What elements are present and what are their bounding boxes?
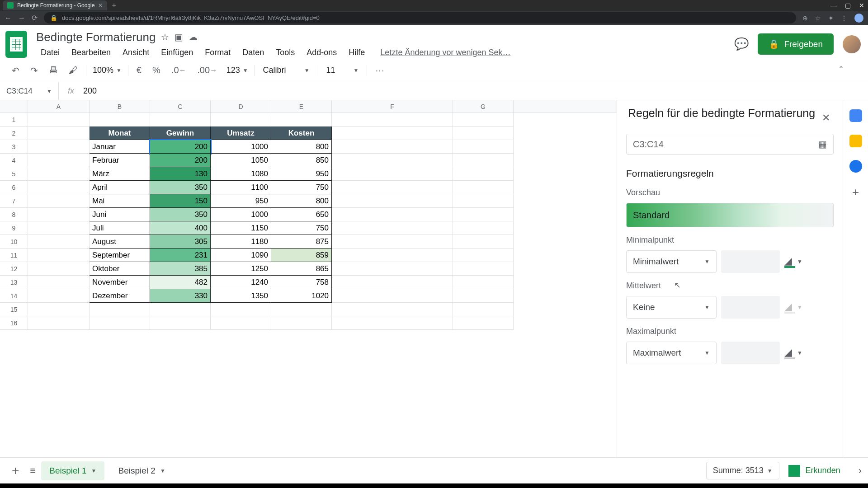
close-window-icon[interactable]: ✕ (859, 2, 864, 9)
more-toolbar-icon[interactable]: ⋯ (371, 62, 389, 79)
menu-addons[interactable]: Add-ons (302, 47, 341, 58)
row-header[interactable]: 14 (0, 289, 28, 303)
reload-icon[interactable]: ⟳ (32, 14, 38, 22)
midpoint-input[interactable] (721, 296, 780, 319)
menu-format[interactable]: Format (200, 47, 235, 58)
col-header-d[interactable]: D (211, 100, 271, 113)
calendar-icon[interactable] (849, 109, 862, 122)
move-icon[interactable]: ▣ (175, 32, 183, 42)
header-monat[interactable]: Monat (90, 127, 150, 140)
quicksum-display[interactable]: Summe: 3513 ▼ (706, 462, 779, 479)
row-header[interactable]: 1 (0, 113, 28, 127)
cell[interactable] (453, 221, 514, 235)
star-icon[interactable]: ☆ (161, 32, 169, 42)
cell[interactable] (332, 276, 453, 289)
col-header-g[interactable]: G (453, 100, 514, 113)
row-header[interactable]: 5 (0, 167, 28, 181)
cell[interactable] (332, 194, 453, 208)
range-select-icon[interactable]: ▦ (818, 139, 827, 150)
cell-umsatz[interactable]: 1080 (211, 167, 271, 181)
cell[interactable] (332, 235, 453, 249)
cell[interactable] (28, 181, 90, 194)
cloud-icon[interactable]: ☁ (189, 32, 198, 42)
cell-monat[interactable]: April (90, 181, 150, 194)
cell-umsatz[interactable]: 1240 (211, 276, 271, 289)
midpoint-select[interactable]: Keine ▼ (626, 296, 717, 319)
print-icon[interactable]: 🖶 (44, 62, 62, 78)
header-kosten[interactable]: Kosten (271, 127, 332, 140)
minpoint-input[interactable] (721, 250, 780, 273)
doc-title[interactable]: Bedingte Formatierung (36, 30, 156, 44)
cell-monat[interactable]: Juni (90, 208, 150, 221)
row-header[interactable]: 9 (0, 221, 28, 235)
address-bar[interactable]: 🔒 docs.google.com/spreadsheets/d/1RMhyrI… (44, 12, 796, 23)
cell-gewinn[interactable]: 150 (150, 194, 211, 208)
cell[interactable] (453, 276, 514, 289)
cell-umsatz[interactable]: 950 (211, 194, 271, 208)
cell[interactable] (28, 276, 90, 289)
cell-monat[interactable]: Mai (90, 194, 150, 208)
menu-tools[interactable]: Tools (271, 47, 299, 58)
spreadsheet-grid[interactable]: A B C D E F G 12345678910111213141516 Mo… (0, 100, 617, 457)
decrease-decimal-button[interactable]: .0← (167, 62, 191, 78)
cell-kosten[interactable]: 865 (271, 262, 332, 276)
cell[interactable] (28, 235, 90, 249)
col-header-a[interactable]: A (28, 100, 90, 113)
maximize-icon[interactable]: ▢ (845, 2, 851, 9)
header-umsatz[interactable]: Umsatz (211, 127, 271, 140)
cell-monat[interactable]: September (90, 249, 150, 262)
row-header[interactable]: 12 (0, 262, 28, 276)
cell[interactable] (332, 221, 453, 235)
cell[interactable] (453, 262, 514, 276)
sheets-logo-icon[interactable] (5, 31, 27, 58)
cell[interactable] (453, 127, 514, 140)
cell-kosten[interactable]: 1020 (271, 289, 332, 303)
cell[interactable] (453, 235, 514, 249)
cell[interactable] (28, 140, 90, 154)
cell[interactable] (90, 113, 150, 127)
cell[interactable] (28, 262, 90, 276)
cell-umsatz[interactable]: 1000 (211, 208, 271, 221)
row-header[interactable]: 16 (0, 316, 28, 330)
cell-kosten[interactable]: 650 (271, 208, 332, 221)
cell[interactable] (28, 316, 90, 330)
cell-monat[interactable]: März (90, 167, 150, 181)
cell[interactable] (271, 303, 332, 316)
bookmark-icon[interactable]: ☆ (815, 14, 821, 22)
preview-box[interactable]: Standard (626, 203, 834, 227)
cell[interactable] (453, 167, 514, 181)
cell-gewinn[interactable]: 350 (150, 208, 211, 221)
number-format-select[interactable]: 123 ▼ (224, 66, 251, 75)
cell[interactable] (332, 140, 453, 154)
share-button[interactable]: 🔒 Freigeben (758, 33, 834, 55)
cell[interactable] (28, 221, 90, 235)
browser-avatar[interactable] (854, 14, 863, 23)
cell[interactable] (453, 154, 514, 167)
add-addon-icon[interactable]: + (852, 185, 859, 199)
maxpoint-color-picker[interactable]: ◢ ▼ (784, 347, 802, 359)
cell-umsatz[interactable]: 1000 (211, 140, 271, 154)
cell[interactable] (453, 316, 514, 330)
fontsize-select[interactable]: 11 ▼ (322, 66, 363, 75)
forward-icon[interactable]: → (18, 14, 25, 22)
undo-icon[interactable]: ↶ (7, 62, 24, 79)
cell-monat[interactable]: August (90, 235, 150, 249)
row-header[interactable]: 10 (0, 235, 28, 249)
cell[interactable] (28, 194, 90, 208)
cell[interactable] (453, 194, 514, 208)
cell[interactable] (453, 208, 514, 221)
cell[interactable] (28, 127, 90, 140)
cell[interactable] (453, 113, 514, 127)
all-sheets-icon[interactable]: ≡ (30, 465, 36, 477)
cell-gewinn[interactable]: 130 (150, 167, 211, 181)
cell-kosten[interactable]: 850 (271, 154, 332, 167)
cell-kosten[interactable]: 750 (271, 221, 332, 235)
cell-kosten[interactable]: 950 (271, 167, 332, 181)
cell-monat[interactable]: Januar (90, 140, 150, 154)
cell-kosten[interactable]: 875 (271, 235, 332, 249)
cell-monat[interactable]: Oktober (90, 262, 150, 276)
menu-ansicht[interactable]: Ansicht (118, 47, 154, 58)
cell[interactable] (332, 113, 453, 127)
cell-kosten[interactable]: 859 (271, 249, 332, 262)
minpoint-select[interactable]: Minimalwert ▼ (626, 250, 717, 273)
